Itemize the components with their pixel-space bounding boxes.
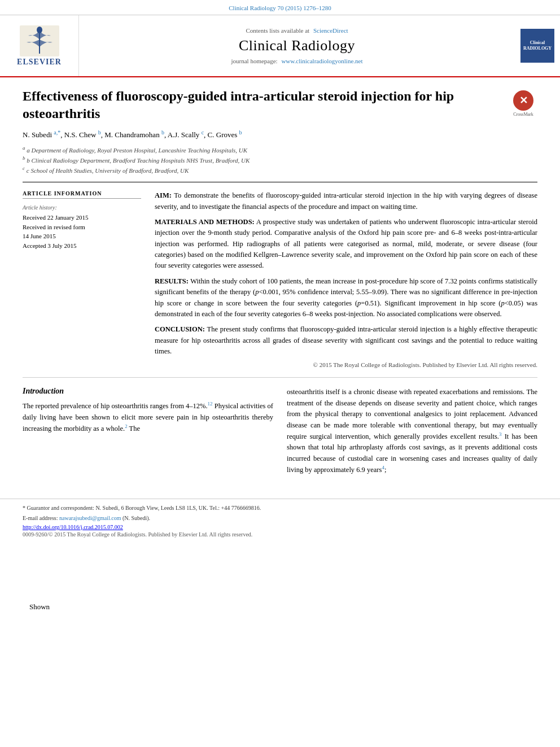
article-title-section: Effectiveness of fluoroscopy-guided intr… bbox=[23, 88, 537, 175]
introduction-heading: Introduction bbox=[23, 387, 273, 396]
article-title: Effectiveness of fluoroscopy-guided intr… bbox=[23, 88, 498, 123]
abstract-conclusion: CONCLUSION: The present study confirms t… bbox=[155, 324, 537, 357]
journal-header: ELSEVIER Contents lists available at Sci… bbox=[0, 15, 560, 77]
elsevier-logo-container: ELSEVIER bbox=[0, 15, 79, 76]
radiology-logo-box: ClinicalRADIOLOGY bbox=[520, 29, 554, 63]
abstract-copyright: © 2015 The Royal College of Radiologists… bbox=[155, 361, 537, 368]
accepted-date: Accepted 3 July 2015 bbox=[23, 241, 141, 251]
svg-point-2 bbox=[37, 27, 42, 33]
footnote-guarantor: * Guarantor and correspondent: N. Subedi… bbox=[23, 504, 537, 512]
elsevier-logo: ELSEVIER bbox=[17, 25, 62, 67]
article-history-label: Article history: bbox=[23, 204, 141, 211]
journal-logo-right: ClinicalRADIOLOGY bbox=[515, 15, 560, 76]
top-bar: Clinical Radiology 70 (2015) 1276–1280 bbox=[0, 0, 560, 15]
journal-reference: Clinical Radiology 70 (2015) 1276–1280 bbox=[229, 5, 331, 11]
introduction-section: Introduction The reported prevalence of … bbox=[23, 387, 537, 481]
abstract-results: RESULTS: Within the study cohort of 100 … bbox=[155, 276, 537, 320]
article-authors: N. Subedi a,*, N.S. Chew b, M. Chandramo… bbox=[23, 129, 498, 139]
homepage-link[interactable]: www.clinicalradiologyonline.net bbox=[281, 58, 362, 64]
elsevier-tree-icon bbox=[20, 25, 59, 56]
doi-link[interactable]: http://dx.doi.org/10.1016/j.crad.2015.07… bbox=[23, 524, 123, 530]
received-date-1: Received 22 January 2015 bbox=[23, 213, 141, 222]
intro-left-text: The reported prevalence of hip osteoarth… bbox=[23, 400, 273, 434]
received-revised-date: 14 June 2015 bbox=[23, 231, 141, 241]
journal-homepage-line: journal homepage: www.clinicalradiologyo… bbox=[231, 58, 362, 64]
elsevier-wordmark: ELSEVIER bbox=[17, 58, 62, 67]
abstract-col: AIM: To demonstrate the benefits of fluo… bbox=[155, 190, 537, 368]
page: Clinical Radiology 70 (2015) 1276–1280 E… bbox=[0, 0, 560, 747]
abstract-aim: AIM: To demonstrate the benefits of fluo… bbox=[155, 190, 537, 212]
article-info-heading: ARTICLE INFORMATION bbox=[23, 190, 141, 199]
intro-right-text: osteoarthritis itself is a chronic disea… bbox=[287, 387, 537, 475]
crossmark-label: CrossMark bbox=[513, 112, 533, 117]
crossmark-logo[interactable]: ✕ CrossMark bbox=[509, 90, 537, 117]
email-link[interactable]: nawarajsubedi@gmail.com bbox=[59, 515, 121, 521]
intro-left-col: Introduction The reported prevalence of … bbox=[23, 387, 273, 475]
article-title-text: Effectiveness of fluoroscopy-guided intr… bbox=[23, 88, 498, 175]
affiliations: a a Department of Radiology, Royal Prest… bbox=[23, 145, 498, 175]
page-footer: * Guarantor and correspondent: N. Subedi… bbox=[0, 499, 560, 541]
sciencedirect-link[interactable]: ScienceDirect bbox=[313, 27, 348, 34]
contents-text: Contents lists available at bbox=[246, 27, 309, 34]
homepage-text: journal homepage: bbox=[231, 58, 277, 64]
shown-label: Shown bbox=[29, 602, 50, 611]
journal-center-header: Contents lists available at ScienceDirec… bbox=[79, 15, 515, 76]
article-info-col: ARTICLE INFORMATION Article history: Rec… bbox=[23, 190, 141, 368]
article-area: Effectiveness of fluoroscopy-guided intr… bbox=[0, 77, 560, 493]
contents-available-line: Contents lists available at ScienceDirec… bbox=[246, 27, 348, 34]
intro-right-col: osteoarthritis itself is a chronic disea… bbox=[287, 387, 537, 475]
email-name: (N. Subedi). bbox=[123, 515, 150, 521]
received-revised-label: Received in revised form bbox=[23, 222, 141, 232]
abstract-section: ARTICLE INFORMATION Article history: Rec… bbox=[23, 182, 537, 368]
section-divider bbox=[23, 377, 537, 378]
abstract-materials: MATERIALS AND METHODS: A prospective stu… bbox=[155, 217, 537, 272]
doi-line[interactable]: http://dx.doi.org/10.1016/j.crad.2015.07… bbox=[23, 524, 537, 530]
crossmark-icon: ✕ bbox=[513, 90, 533, 111]
footnote-email: E-mail address: nawarajsubedi@gmail.com … bbox=[23, 514, 537, 522]
footer-copyright: 0009-9260/© 2015 The Royal College of Ra… bbox=[23, 531, 537, 538]
radiology-logo-text: ClinicalRADIOLOGY bbox=[523, 40, 552, 52]
journal-title: Clinical Radiology bbox=[239, 37, 355, 54]
